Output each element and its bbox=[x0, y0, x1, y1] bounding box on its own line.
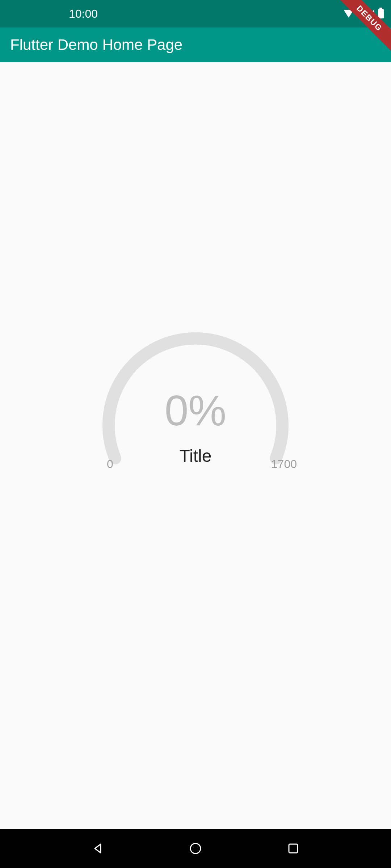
app-bar-title: Flutter Demo Home Page bbox=[10, 36, 182, 54]
navigation-bar bbox=[0, 829, 391, 868]
gauge-chart: 0% Title 0 1700 bbox=[101, 328, 290, 516]
gauge-title: Title bbox=[180, 446, 212, 466]
gauge-center: 0% Title bbox=[101, 328, 290, 516]
status-time: 10:00 bbox=[69, 7, 98, 21]
recent-apps-icon bbox=[287, 842, 300, 855]
svg-point-0 bbox=[190, 843, 201, 854]
back-icon bbox=[91, 842, 104, 855]
debug-banner: DEBUG bbox=[326, 0, 391, 65]
gauge-value: 0% bbox=[165, 386, 227, 435]
svg-rect-1 bbox=[289, 844, 298, 853]
gauge-max-label: 1700 bbox=[271, 458, 297, 471]
main-content: 0% Title 0 1700 bbox=[0, 62, 391, 829]
gauge-min-label: 0 bbox=[107, 458, 113, 471]
home-icon bbox=[189, 842, 202, 855]
recent-apps-button[interactable] bbox=[284, 839, 302, 858]
back-button[interactable] bbox=[89, 839, 107, 858]
home-button[interactable] bbox=[186, 839, 205, 858]
debug-banner-label: DEBUG bbox=[335, 0, 391, 53]
